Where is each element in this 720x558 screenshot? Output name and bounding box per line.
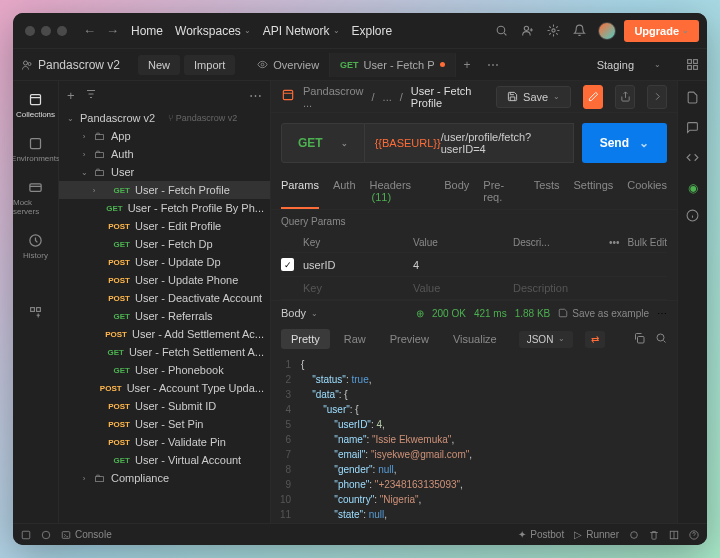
tab-overview[interactable]: Overview xyxy=(247,53,330,77)
vtab-visualize[interactable]: Visualize xyxy=(443,329,507,349)
tab-settings[interactable]: Settings xyxy=(574,173,614,209)
tree-request-item[interactable]: POSTUser - Deactivate Account xyxy=(59,289,270,307)
tree-request-item[interactable]: POSTUser - Add Settlement Ac... xyxy=(59,325,270,343)
cookies-link[interactable]: Cookies xyxy=(627,173,667,209)
tab-request-active[interactable]: GETUser - Fetch P xyxy=(330,53,455,77)
forward-icon[interactable]: → xyxy=(106,23,119,38)
footer-capture[interactable] xyxy=(629,530,639,540)
window-controls[interactable] xyxy=(21,26,75,36)
sidebar-more-icon[interactable]: ⋯ xyxy=(249,88,262,103)
new-button[interactable]: New xyxy=(138,55,180,75)
network-icon[interactable]: ⊕ xyxy=(416,308,424,319)
tree-request-item[interactable]: GETUser - Phonebook xyxy=(59,361,270,379)
vtab-preview[interactable]: Preview xyxy=(380,329,439,349)
breadcrumb[interactable]: ... xyxy=(383,91,392,103)
footer-runner[interactable]: ▷ Runner xyxy=(574,529,619,540)
tree-request-item[interactable]: POSTUser - Account Type Upda... xyxy=(59,379,270,397)
tree-request-item[interactable]: GETUser - Virtual Account xyxy=(59,451,270,469)
edit-button[interactable] xyxy=(583,85,603,109)
back-icon[interactable]: ← xyxy=(83,23,96,38)
tree-folder[interactable]: ⌄🗀User xyxy=(59,163,270,181)
import-button[interactable]: Import xyxy=(184,55,235,75)
footer-console[interactable]: Console xyxy=(61,529,112,540)
tree-request-item[interactable]: POSTUser - Edit Profile xyxy=(59,217,270,235)
tree-request-item[interactable]: GETUser - Referrals xyxy=(59,307,270,325)
settings-icon[interactable] xyxy=(546,24,560,38)
tab-auth[interactable]: Auth xyxy=(333,173,356,209)
bulk-more[interactable]: ••• xyxy=(609,237,620,248)
tree-request-item[interactable]: GETUser - Fetch Profile By Ph... xyxy=(59,199,270,217)
nav-home[interactable]: Home xyxy=(131,24,163,38)
footer-trash-icon[interactable] xyxy=(649,530,659,540)
nav-api-network[interactable]: API Network⌄ xyxy=(263,24,340,38)
tab-body[interactable]: Body xyxy=(444,173,469,209)
copy-icon[interactable] xyxy=(633,332,645,346)
bulk-edit-link[interactable]: Bulk Edit xyxy=(628,237,667,248)
tree-request-item[interactable]: GETUser - Fetch Settlement A... xyxy=(59,343,270,361)
environment-selector[interactable]: Staging⌄ xyxy=(585,55,673,75)
tree-request-item[interactable]: POSTUser - Update Dp xyxy=(59,253,270,271)
format-selector[interactable]: JSON⌄ xyxy=(519,331,574,348)
tree-folder[interactable]: ›🗀Auth xyxy=(59,145,270,163)
rail-collections[interactable]: Collections xyxy=(16,91,55,119)
tree-request-item[interactable]: POSTUser - Set Pin xyxy=(59,415,270,433)
save-example-button[interactable]: Save as example xyxy=(558,308,649,319)
upgrade-button[interactable]: Upgrade⌄ xyxy=(624,20,699,42)
tree-collection-root[interactable]: ⌄Pandascrow v2 ⑂ Pandascrow v2 xyxy=(59,109,270,127)
avatar[interactable] xyxy=(598,22,616,40)
comments-icon[interactable] xyxy=(686,121,699,137)
wrap-icon[interactable]: ⇄ xyxy=(585,331,605,348)
rail-environments[interactable]: Environments xyxy=(13,135,60,163)
rail-history[interactable]: History xyxy=(23,232,48,260)
send-button[interactable]: Send⌄ xyxy=(582,123,667,163)
footer-help-icon[interactable] xyxy=(689,530,699,540)
tab-tests[interactable]: Tests xyxy=(534,173,560,209)
save-button[interactable]: Save⌄ xyxy=(496,86,571,108)
live-icon[interactable]: ◉ xyxy=(688,181,698,195)
request-more-button[interactable] xyxy=(647,85,667,109)
tree-request-item[interactable]: GETUser - Fetch Dp xyxy=(59,235,270,253)
param-row[interactable]: ✓ userID 4 xyxy=(281,253,667,277)
vtab-raw[interactable]: Raw xyxy=(334,329,376,349)
env-quicklook-icon[interactable] xyxy=(685,58,699,72)
footer-sync[interactable] xyxy=(41,530,51,540)
rail-configure[interactable] xyxy=(28,304,44,320)
rail-mock[interactable]: Mock servers xyxy=(13,179,58,216)
nav-explore[interactable]: Explore xyxy=(352,24,393,38)
footer-find[interactable] xyxy=(21,530,31,540)
sidebar-filter-icon[interactable] xyxy=(85,88,97,103)
search-icon[interactable] xyxy=(494,24,508,38)
response-body[interactable]: 1{ 2 "status": true, 3 "data": { 4 "user… xyxy=(271,353,677,523)
footer-postbot[interactable]: ✦ Postbot xyxy=(518,529,564,540)
info-icon[interactable] xyxy=(686,209,699,225)
breadcrumb[interactable]: Pandascrow ... xyxy=(303,85,364,109)
tree-request-item[interactable]: POSTUser - Update Phone xyxy=(59,271,270,289)
tab-headers[interactable]: Headers (11) xyxy=(370,173,431,209)
tree-request-item[interactable]: ›GETUser - Fetch Profile xyxy=(59,181,270,199)
tree-request-item[interactable]: POSTUser - Submit ID xyxy=(59,397,270,415)
footer-layout-icon[interactable] xyxy=(669,530,679,540)
docs-icon[interactable] xyxy=(686,91,699,107)
workspace-name[interactable]: Pandascrow v2 xyxy=(21,58,120,72)
invite-icon[interactable] xyxy=(520,24,534,38)
param-checkbox[interactable]: ✓ xyxy=(281,258,294,271)
response-body-tab[interactable]: Body⌄ xyxy=(281,307,318,319)
tree-folder[interactable]: ›🗀App xyxy=(59,127,270,145)
nav-workspaces[interactable]: Workspaces⌄ xyxy=(175,24,251,38)
code-icon[interactable] xyxy=(686,151,699,167)
tab-params[interactable]: Params xyxy=(281,173,319,209)
sidebar-add-icon[interactable]: + xyxy=(67,88,75,103)
tab-more[interactable]: ⋯ xyxy=(479,54,507,76)
tab-add[interactable]: + xyxy=(456,54,479,76)
url-input[interactable]: {{BASEURL}}/user/profile/fetch?userID=4 xyxy=(365,123,574,163)
notifications-icon[interactable] xyxy=(572,24,586,38)
param-row-placeholder[interactable]: Key Value Description xyxy=(281,277,667,300)
tree-request-item[interactable]: POSTUser - Validate Pin xyxy=(59,433,270,451)
response-more[interactable]: ⋯ xyxy=(657,308,667,319)
share-button[interactable] xyxy=(615,85,635,109)
vtab-pretty[interactable]: Pretty xyxy=(281,329,330,349)
search-response-icon[interactable] xyxy=(655,332,667,346)
tree-folder[interactable]: ›🗀Compliance xyxy=(59,469,270,487)
method-selector[interactable]: GET⌄ xyxy=(281,123,365,163)
tab-prereq[interactable]: Pre-req. xyxy=(483,173,519,209)
